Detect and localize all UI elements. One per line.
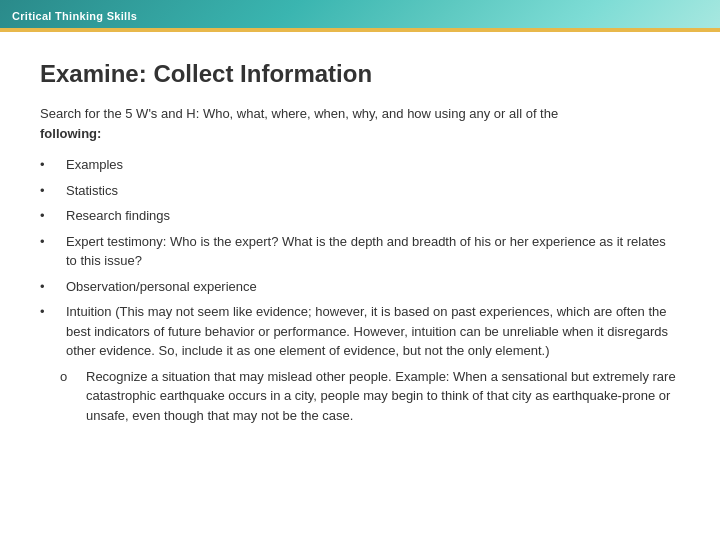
list-item-text: Examples [66, 155, 680, 175]
bullet-symbol: • [40, 232, 60, 252]
header-title: Critical Thinking Skills [12, 10, 137, 22]
bullet-symbol: • [40, 155, 60, 175]
list-item: • Observation/personal experience [40, 277, 680, 297]
intro-text-bold: following: [40, 126, 101, 141]
sub-list-item-text: Recognize a situation that may mislead o… [86, 367, 680, 426]
intro-text: Search for the 5 W's and H: Who, what, w… [40, 104, 680, 143]
list-item: • Intuition (This may not seem like evid… [40, 302, 680, 361]
header-bar: Critical Thinking Skills [0, 0, 720, 32]
list-item-text: Intuition (This may not seem like eviden… [66, 302, 680, 361]
list-item-text: Research findings [66, 206, 680, 226]
list-item: o Recognize a situation that may mislead… [40, 367, 680, 426]
main-content: Examine: Collect Information Search for … [0, 32, 720, 449]
page-title: Examine: Collect Information [40, 60, 680, 88]
bullet-symbol: • [40, 206, 60, 226]
sub-bullet-symbol: o [60, 367, 80, 387]
list-item-text: Statistics [66, 181, 680, 201]
sub-bullet-list: o Recognize a situation that may mislead… [40, 367, 680, 426]
bullet-symbol: • [40, 181, 60, 201]
list-item: • Expert testimony: Who is the expert? W… [40, 232, 680, 271]
list-item: • Statistics [40, 181, 680, 201]
bullet-symbol: • [40, 302, 60, 322]
list-item-text: Observation/personal experience [66, 277, 680, 297]
list-item: • Research findings [40, 206, 680, 226]
bullet-symbol: • [40, 277, 60, 297]
bullet-list: • Examples • Statistics • Research findi… [40, 155, 680, 361]
list-item-text: Expert testimony: Who is the expert? Wha… [66, 232, 680, 271]
intro-text-regular: Search for the 5 W's and H: Who, what, w… [40, 106, 558, 121]
list-item: • Examples [40, 155, 680, 175]
